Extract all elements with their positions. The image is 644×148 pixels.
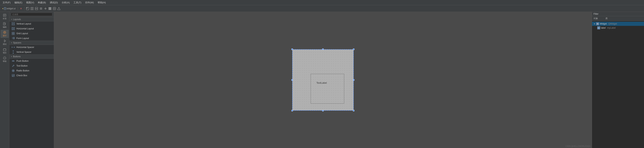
widget-item-check-box[interactable]: Check Box bbox=[9, 73, 54, 78]
category-arrow-spacers: ▼ bbox=[11, 42, 12, 44]
svg-rect-44 bbox=[14, 27, 14, 30]
category-arrow-buttons: ▼ bbox=[11, 56, 12, 57]
vertical-layout-label: Vertical Layout bbox=[16, 22, 31, 25]
sidebar-item-design[interactable]: 设计 bbox=[0, 30, 9, 38]
category-layouts[interactable]: ▼ Layouts bbox=[9, 17, 54, 21]
col-object: 对象 bbox=[594, 17, 598, 20]
widget-item-horizontal-layout[interactable]: Horizontal Layout bbox=[9, 26, 54, 31]
widget-panel: ▼ Layouts Vertical Layout Horizontal Lay… bbox=[9, 12, 54, 148]
grid-layout-label: Grid Layout bbox=[16, 32, 28, 35]
svg-rect-42 bbox=[12, 24, 14, 25]
menu-debug[interactable]: 调试(D) bbox=[48, 0, 60, 5]
sidebar-label-project: 项目 bbox=[3, 51, 6, 54]
category-spacers[interactable]: ▼ Spacers bbox=[9, 41, 54, 45]
svg-point-59 bbox=[14, 65, 14, 66]
check-box-label: Check Box bbox=[16, 74, 27, 77]
handle-tm[interactable] bbox=[322, 48, 324, 50]
left-panel: 欢迎 编辑 设计 调试 项目 ? 帮助 bbox=[0, 12, 54, 148]
sidebar-item-debug[interactable]: 调试 bbox=[0, 38, 9, 46]
widget-item-form-layout[interactable]: Form Layout bbox=[9, 36, 54, 41]
svg-rect-17 bbox=[49, 8, 50, 9]
handle-ml[interactable] bbox=[292, 79, 293, 81]
handle-mr[interactable] bbox=[353, 79, 354, 81]
sidebar-item-welcome[interactable]: 欢迎 bbox=[0, 13, 9, 21]
svg-rect-62 bbox=[12, 74, 14, 77]
category-buttons[interactable]: ▼ Buttons bbox=[9, 54, 54, 59]
widget-item-horizontal-spacer[interactable]: Horizontal Spacer bbox=[9, 45, 54, 50]
tab-widget-ui[interactable]: ● widget.ui bbox=[1, 7, 16, 10]
label-text: TextLabel bbox=[316, 81, 327, 84]
widget-panel-header bbox=[9, 12, 54, 17]
sidebar-item-help[interactable]: ? 帮助 bbox=[0, 55, 9, 64]
svg-point-36 bbox=[4, 32, 5, 33]
sidebar-item-edit[interactable]: 编辑 bbox=[0, 21, 9, 29]
menu-analyze[interactable]: 分析(A) bbox=[60, 0, 71, 5]
widget-list: ▼ Layouts Vertical Layout Horizontal Lay… bbox=[9, 17, 54, 148]
svg-rect-45 bbox=[12, 32, 13, 33]
svg-marker-26 bbox=[58, 7, 60, 10]
toolbar-action-7[interactable] bbox=[52, 6, 56, 10]
toolbar-action-5[interactable] bbox=[44, 6, 48, 10]
right-panel: Filter 对象 类 ▼ W Widget QWidget L label m… bbox=[592, 12, 644, 148]
horizontal-layout-label: Horizontal Layout bbox=[16, 27, 34, 30]
handle-tr[interactable] bbox=[353, 48, 354, 50]
svg-point-61 bbox=[13, 70, 14, 71]
toolbar-action-8[interactable] bbox=[57, 6, 61, 10]
widget-item-grid-layout[interactable]: Grid Layout bbox=[9, 31, 54, 36]
toolbar: ● widget.ui ✕ bbox=[0, 5, 644, 12]
sidebar-item-project[interactable]: 项目 bbox=[0, 47, 9, 55]
push-button-icon: OK bbox=[12, 59, 15, 63]
svg-rect-19 bbox=[50, 8, 51, 9]
toolbar-action-1[interactable] bbox=[26, 6, 30, 10]
widget-item-tool-button[interactable]: Tool Button bbox=[9, 63, 54, 68]
menu-file[interactable]: 文件(F) bbox=[1, 0, 12, 5]
filter-label: Filter bbox=[594, 13, 598, 15]
handle-bm[interactable] bbox=[322, 110, 324, 111]
tree-item-label[interactable]: L label myLabel bbox=[596, 26, 644, 30]
svg-text:?: ? bbox=[4, 57, 5, 59]
menu-build[interactable]: 构建(B) bbox=[36, 0, 47, 5]
menu-tools[interactable]: 工具(T) bbox=[72, 0, 83, 5]
widget-item-vertical-spacer[interactable]: Vertical Spacer bbox=[9, 50, 54, 54]
toolbar-action-4[interactable] bbox=[39, 6, 43, 10]
menu-controls[interactable]: 控件(W) bbox=[84, 0, 96, 5]
edit-icon bbox=[3, 22, 6, 25]
label-widget[interactable]: TextLabel bbox=[311, 74, 344, 104]
category-label-buttons: Buttons bbox=[13, 55, 21, 58]
toolbar-action-6[interactable] bbox=[48, 6, 52, 10]
welcome-icon bbox=[3, 13, 6, 17]
handle-bl[interactable] bbox=[292, 110, 293, 111]
main-area: 欢迎 编辑 设计 调试 项目 ? 帮助 bbox=[0, 12, 644, 148]
toolbar-action-2[interactable] bbox=[30, 6, 34, 10]
svg-rect-20 bbox=[49, 9, 50, 10]
tab-dot: ● bbox=[2, 7, 3, 9]
tree-item-widget[interactable]: ▼ W Widget QWidget bbox=[592, 22, 644, 26]
canvas-bg: TextLabel bbox=[292, 49, 354, 111]
col-class: 类 bbox=[606, 17, 608, 20]
tree-widget-class: QWidget bbox=[608, 22, 617, 25]
toolbar-separator-1 bbox=[18, 7, 18, 10]
widget-item-push-button[interactable]: OK Push Button bbox=[9, 59, 54, 63]
handle-br[interactable] bbox=[353, 110, 354, 111]
toolbar-action-3[interactable] bbox=[34, 6, 38, 10]
filter-bar: Filter bbox=[592, 12, 644, 16]
svg-rect-41 bbox=[12, 22, 14, 23]
widget-filter-input[interactable] bbox=[11, 13, 52, 16]
svg-rect-43 bbox=[12, 27, 13, 30]
widget-item-vertical-layout[interactable]: Vertical Layout bbox=[9, 21, 54, 26]
project-icon bbox=[3, 48, 6, 51]
push-button-label: Push Button bbox=[16, 60, 28, 62]
svg-rect-16 bbox=[50, 7, 51, 8]
handle-tl[interactable] bbox=[292, 48, 293, 50]
svg-rect-50 bbox=[13, 37, 14, 38]
menu-view[interactable]: 视图(V) bbox=[24, 0, 36, 5]
canvas-area[interactable]: TextLabel CSDN @HELLOWORLD2424 bbox=[54, 12, 592, 148]
svg-rect-22 bbox=[50, 9, 51, 10]
widget-item-radio-button[interactable]: Radio Button bbox=[9, 68, 54, 73]
close-tab-button[interactable]: ✕ bbox=[19, 6, 23, 10]
menu-help[interactable]: 帮助(H) bbox=[96, 0, 107, 5]
tab-filename: widget.ui bbox=[7, 7, 16, 10]
menu-edit[interactable]: 编辑(E) bbox=[13, 0, 24, 5]
menubar: 文件(F) 编辑(E) 视图(V) 构建(B) 调试(D) 分析(A) 工具(T… bbox=[0, 0, 644, 5]
svg-rect-48 bbox=[14, 34, 14, 35]
